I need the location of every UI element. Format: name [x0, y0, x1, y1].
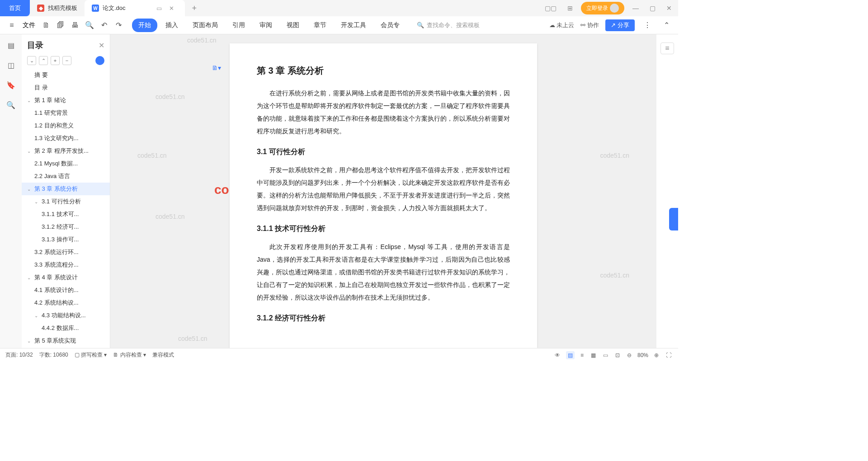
new-tab-button[interactable]: +: [185, 4, 204, 13]
toc-label: 摘 要: [34, 71, 48, 79]
toc-item[interactable]: 摘 要: [22, 69, 110, 81]
tab-label: 找稻壳模板: [48, 4, 77, 12]
compat-mode[interactable]: 兼容模式: [152, 351, 174, 359]
menu-tab-view[interactable]: 视图: [280, 19, 306, 32]
toc-item[interactable]: ⌄第 5 章系统实现: [22, 334, 110, 347]
eye-icon[interactable]: 👁: [553, 352, 561, 358]
outline-icon[interactable]: ▤: [5, 40, 16, 51]
maximize-icon[interactable]: ▢: [647, 5, 658, 12]
close-window-icon[interactable]: ✕: [664, 5, 675, 12]
toc-item[interactable]: ⌄第 3 章 系统分析: [22, 183, 110, 195]
file-menu[interactable]: 文件: [20, 21, 38, 29]
document-area[interactable]: code51.cn code51.cn code51.cn code51.cn …: [110, 34, 656, 348]
fullscreen-icon[interactable]: ⛶: [665, 352, 673, 358]
chevron-up-icon[interactable]: ⌃: [660, 19, 673, 32]
tab-label: 论文.doc: [103, 4, 126, 12]
zoom-out-icon[interactable]: ⊖: [626, 352, 633, 358]
paragraph: 此次开发程序使用到的开发工具有：Eclipse，Mysql 等工具，使用的开发语…: [257, 240, 510, 304]
toc-item[interactable]: 3.1.1 技术可...: [22, 208, 110, 221]
menu-icon[interactable]: ≡: [5, 19, 18, 32]
view-read-icon[interactable]: ▭: [602, 352, 609, 358]
toc-label: 4.3 功能结构设...: [42, 311, 86, 320]
toc-item[interactable]: ⌄5.1 管理员功能...: [22, 347, 110, 348]
side-tab[interactable]: [669, 208, 678, 230]
sidebar-close-icon[interactable]: ✕: [99, 41, 104, 50]
close-icon[interactable]: ✕: [165, 5, 178, 12]
toc-item[interactable]: 3.3 系统流程分...: [22, 259, 110, 271]
toc-item[interactable]: 4.1 系统设计的...: [22, 284, 110, 296]
menu-tab-member[interactable]: 会员专: [374, 19, 406, 32]
export-icon[interactable]: 🗐: [54, 19, 67, 32]
bookmark-icon[interactable]: 🔖: [5, 80, 16, 90]
page-indicator[interactable]: 页面: 10/32: [5, 351, 33, 359]
ai-button[interactable]: [95, 56, 104, 65]
toc-label: 1.1 研究背景: [34, 109, 68, 117]
document-page: 🗎▾ 第 3 章 系统分析 在进行系统分析之前，需要从网络上或者是图书馆的开发类…: [230, 43, 537, 348]
statusbar: 页面: 10/32 字数: 10680 ▢ 拼写检查 ▾ 🗎 内容检查 ▾ 兼容…: [0, 348, 678, 362]
grid-icon[interactable]: ⊞: [565, 5, 576, 12]
tab-home[interactable]: 首页: [0, 0, 30, 16]
toc-item[interactable]: 2.1 Mysql 数据...: [22, 157, 110, 170]
toc-item[interactable]: ⌄第 2 章 程序开发技...: [22, 145, 110, 157]
view-web-icon[interactable]: ▦: [590, 352, 597, 358]
zoom-in-icon[interactable]: ⊕: [653, 352, 660, 358]
expand-button[interactable]: ⌃: [39, 56, 48, 65]
spell-check[interactable]: ▢ 拼写检查 ▾: [75, 351, 107, 359]
toc-item[interactable]: 1.3 论文研究内...: [22, 132, 110, 145]
more-icon[interactable]: ⋮: [641, 19, 654, 32]
remove-button[interactable]: −: [62, 56, 71, 65]
print-icon[interactable]: 🖶: [69, 19, 81, 32]
word-count[interactable]: 字数: 10680: [39, 351, 68, 359]
toc-item[interactable]: 3.1.3 操作可...: [22, 233, 110, 246]
menu-tab-layout[interactable]: 页面布局: [186, 19, 224, 32]
view-outline-icon[interactable]: ≡: [579, 352, 585, 358]
menu-tab-insert[interactable]: 插入: [159, 19, 184, 32]
toc-item[interactable]: ⌄第 1 章 绪论: [22, 94, 110, 107]
toc-item[interactable]: 目 录: [22, 81, 110, 94]
cloud-status[interactable]: ☁ 未上云: [549, 21, 575, 29]
share-button[interactable]: ↗ 分享: [605, 19, 635, 31]
box-icon[interactable]: ◫: [5, 60, 16, 71]
toc-item[interactable]: ⌄第 4 章 系统设计: [22, 271, 110, 284]
minimize-icon[interactable]: —: [630, 5, 642, 12]
layout-icon[interactable]: ▢▢: [542, 5, 559, 12]
menu-tab-dev[interactable]: 开发工具: [335, 19, 373, 32]
toc-item[interactable]: 2.2 Java 语言: [22, 170, 110, 183]
menu-tab-review[interactable]: 审阅: [253, 19, 278, 32]
undo-icon[interactable]: ↶: [98, 19, 110, 32]
zoom-level[interactable]: 80%: [637, 352, 648, 358]
login-button[interactable]: 立即登录: [581, 2, 624, 14]
search-box[interactable]: 🔍 查找命令、搜索模板: [417, 21, 480, 29]
toc-item[interactable]: 3.1.2 经济可...: [22, 221, 110, 233]
chevron-down-icon: ⌄: [27, 339, 33, 343]
window-icon[interactable]: ▭: [156, 5, 162, 12]
collapse-button[interactable]: ⌄: [27, 56, 36, 65]
tab-document[interactable]: W 论文.doc ▭ ✕: [85, 0, 185, 16]
collab-button[interactable]: ⚯ 协作: [580, 21, 599, 29]
avatar-icon: [610, 4, 619, 13]
toc-label: 第 3 章 系统分析: [34, 185, 78, 193]
redo-icon[interactable]: ↷: [112, 19, 125, 32]
page-corner-icon[interactable]: 🗎▾: [212, 61, 221, 74]
right-menu-icon[interactable]: ≡: [660, 42, 674, 54]
tab-template[interactable]: ◆ 找稻壳模板: [30, 0, 85, 16]
preview-icon[interactable]: 🔍: [83, 19, 96, 32]
menu-tab-start[interactable]: 开始: [132, 19, 157, 32]
menu-tab-reference[interactable]: 引用: [226, 19, 251, 32]
zoom-fit-icon[interactable]: ⊡: [614, 352, 621, 358]
toc-item[interactable]: ⌄3.1 可行性分析: [22, 195, 110, 208]
toc-item[interactable]: 1.1 研究背景: [22, 107, 110, 119]
toc-item[interactable]: ⌄4.3 功能结构设...: [22, 309, 110, 322]
toc-item[interactable]: 1.2 目的和意义: [22, 119, 110, 132]
search-rail-icon[interactable]: 🔍: [5, 99, 16, 110]
menu-tab-chapter[interactable]: 章节: [307, 19, 333, 32]
view-page-icon[interactable]: ▤: [566, 351, 575, 359]
sidebar: 目录 ✕ ⌄ ⌃ + − 摘 要目 录⌄第 1 章 绪论1.1 研究背景1.2 …: [22, 34, 110, 348]
add-button[interactable]: +: [51, 56, 60, 65]
menu-tabs: 开始 插入 页面布局 引用 审阅 视图 章节 开发工具 会员专: [132, 19, 406, 32]
save-icon[interactable]: 🗎: [40, 19, 52, 32]
toc-item[interactable]: 3.2 系统运行环...: [22, 246, 110, 259]
content-check[interactable]: 🗎 内容检查 ▾: [113, 351, 146, 359]
toc-item[interactable]: 4.4.2 数据库...: [22, 322, 110, 334]
toc-item[interactable]: 4.2 系统结构设...: [22, 296, 110, 309]
